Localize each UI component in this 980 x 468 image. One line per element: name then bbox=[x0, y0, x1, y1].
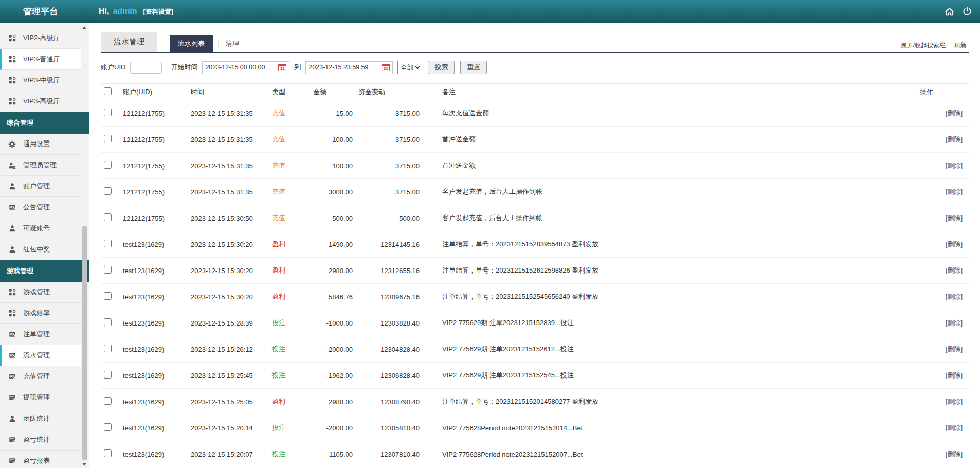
sidebar-item-label: VIP3-高级厅 bbox=[23, 97, 60, 106]
tab-cleanup[interactable]: 清理 bbox=[224, 35, 241, 52]
amount-cell: 5846.76 bbox=[313, 284, 358, 310]
sidebar-item-提现管理[interactable]: 提现管理 bbox=[0, 387, 81, 408]
row-checkbox[interactable] bbox=[104, 187, 112, 195]
row-checkbox[interactable] bbox=[104, 213, 112, 221]
row-checkbox[interactable] bbox=[104, 266, 112, 274]
row-checkbox[interactable] bbox=[104, 397, 112, 405]
delete-link[interactable]: [删除] bbox=[946, 188, 963, 195]
time-cell: 2023-12-15 15:31:35 bbox=[190, 179, 271, 205]
amount-cell: 500.00 bbox=[313, 205, 358, 231]
amount-cell: 2980.00 bbox=[313, 389, 358, 415]
calendar-icon[interactable] bbox=[382, 64, 390, 71]
sidebar-item-充值管理[interactable]: 充值管理 bbox=[0, 366, 81, 387]
start-time-input[interactable]: 2023-12-15 00:00:00 bbox=[202, 61, 289, 74]
sidebar-item-VIP3-普通厅[interactable]: VIP3-普通厅 bbox=[0, 49, 81, 70]
delete-link[interactable]: [删除] bbox=[946, 214, 963, 222]
delete-link[interactable]: [删除] bbox=[946, 424, 963, 431]
row-checkbox[interactable] bbox=[104, 423, 112, 431]
sidebar-item-注单管理[interactable]: 注单管理 bbox=[0, 324, 81, 345]
select-all-checkbox[interactable] bbox=[104, 87, 112, 95]
start-time-value: 2023-12-15 00:00:00 bbox=[205, 64, 265, 71]
sidebar-item-管理员管理[interactable]: 管理员管理 bbox=[0, 155, 81, 176]
type-cell: 投注 bbox=[271, 441, 313, 467]
sub-tabs: 流水列表 清理 bbox=[170, 35, 241, 52]
type-select[interactable]: 全部 bbox=[397, 61, 422, 74]
search-button[interactable]: 搜索 bbox=[428, 61, 455, 74]
remark-cell: 客户发起充值，后台人工操作到帐 bbox=[425, 205, 919, 231]
grid-icon bbox=[8, 309, 16, 317]
top-bar: 管理平台 Hi, admin [资料设置] bbox=[0, 0, 980, 23]
delete-link[interactable]: [删除] bbox=[946, 240, 963, 248]
amount-cell: -1000.00 bbox=[313, 310, 358, 336]
sidebar-item-账户管理[interactable]: 账户管理 bbox=[0, 176, 81, 197]
amount-cell: 2980.00 bbox=[313, 258, 358, 284]
uid-input[interactable] bbox=[130, 62, 162, 74]
delete-link[interactable]: [删除] bbox=[946, 109, 963, 117]
delete-link[interactable]: [删除] bbox=[946, 345, 963, 353]
delete-link[interactable]: [删除] bbox=[946, 293, 963, 300]
account-cell: test123(1629) bbox=[122, 231, 190, 258]
row-checkbox[interactable] bbox=[104, 318, 112, 326]
account-cell: 121212(1755) bbox=[122, 127, 190, 153]
delete-link[interactable]: [删除] bbox=[946, 371, 963, 379]
delete-link[interactable]: [删除] bbox=[946, 398, 963, 405]
sidebar-item-游戏管理[interactable]: 游戏管理 bbox=[0, 282, 81, 303]
remark-cell: VIP2 775628Period note20231215152007...B… bbox=[425, 441, 919, 467]
home-icon[interactable] bbox=[945, 7, 954, 16]
sidebar-item-可疑账号[interactable]: 可疑账号 bbox=[0, 218, 81, 239]
to-label: 到 bbox=[294, 63, 301, 72]
sidebar-item-盈亏统计[interactable]: 盈亏统计 bbox=[0, 429, 81, 451]
tab-flow-list[interactable]: 流水列表 bbox=[170, 35, 213, 52]
grid-icon bbox=[8, 34, 16, 42]
row-checkbox[interactable] bbox=[104, 161, 112, 169]
row-checkbox[interactable] bbox=[104, 292, 112, 300]
profile-settings-link[interactable]: [资料设置] bbox=[143, 8, 173, 16]
doc-gear-icon bbox=[8, 393, 16, 402]
scroll-up-icon[interactable] bbox=[82, 26, 86, 29]
tab-bar: 流水管理 流水列表 清理 bbox=[101, 32, 969, 53]
calendar-icon[interactable] bbox=[278, 64, 286, 71]
remark-cell: VIP2 775629期 注单20231215152545...投注 bbox=[425, 363, 919, 389]
row-checkbox[interactable] bbox=[104, 371, 112, 379]
power-icon[interactable] bbox=[963, 7, 972, 16]
sidebar-item-VIP2-高级厅[interactable]: VIP2-高级厅 bbox=[0, 28, 81, 49]
sidebar-item-公告管理[interactable]: 公告管理 bbox=[0, 197, 81, 218]
sidebar-section-综合管理: 综合管理 bbox=[0, 112, 89, 134]
delete-link[interactable]: [删除] bbox=[946, 161, 963, 169]
row-checkbox[interactable] bbox=[104, 240, 112, 247]
sidebar-item-游戏赔率[interactable]: 游戏赔率 bbox=[0, 303, 81, 324]
sidebar-item-VIP3-中级厅[interactable]: VIP3-中级厅 bbox=[0, 70, 81, 91]
sidebar-item-流水管理[interactable]: 流水管理 bbox=[0, 345, 81, 366]
sidebar-item-VIP3-高级厅[interactable]: VIP3-高级厅 bbox=[0, 91, 81, 112]
refresh-link[interactable]: 刷新 bbox=[954, 41, 967, 50]
sidebar-item-团队统计[interactable]: 团队统计 bbox=[0, 408, 81, 429]
toolbar-links: 展开/收起搜索栏 刷新 bbox=[901, 41, 967, 50]
header-action: 操作 bbox=[919, 84, 969, 100]
time-cell: 2023-12-15 15:31:35 bbox=[190, 127, 271, 153]
doc-gear-icon bbox=[8, 203, 16, 211]
type-cell: 充值 bbox=[271, 127, 313, 153]
delete-link[interactable]: [删除] bbox=[946, 450, 963, 458]
time-cell: 2023-12-15 15:28:39 bbox=[190, 310, 271, 336]
row-checkbox[interactable] bbox=[104, 449, 112, 457]
tab-flow-management[interactable]: 流水管理 bbox=[101, 32, 157, 52]
end-time-input[interactable]: 2023-12-15 23:59:59 bbox=[305, 61, 393, 74]
scrollbar-thumb[interactable] bbox=[82, 226, 87, 460]
row-checkbox[interactable] bbox=[104, 135, 112, 142]
toggle-search-bar-link[interactable]: 展开/收起搜索栏 bbox=[901, 41, 946, 50]
sidebar-item-label: 团队统计 bbox=[23, 414, 50, 423]
delete-link[interactable]: [删除] bbox=[946, 135, 963, 143]
table-row: test123(1629) 2023-12-15 15:30:20 盈利 149… bbox=[101, 231, 969, 258]
time-cell: 2023-12-15 15:30:20 bbox=[190, 284, 271, 310]
delete-link[interactable]: [删除] bbox=[946, 266, 963, 274]
sidebar-item-红包中奖[interactable]: 红包中奖 bbox=[0, 239, 81, 260]
scroll-down-icon[interactable] bbox=[82, 463, 86, 466]
row-checkbox[interactable] bbox=[104, 345, 112, 352]
sidebar-item-盈亏报表[interactable]: 盈亏报表 bbox=[0, 451, 81, 468]
sidebar-item-通用设置[interactable]: 通用设置 bbox=[0, 134, 81, 155]
row-checkbox[interactable] bbox=[104, 109, 112, 116]
balance-cell: 3715.00 bbox=[358, 179, 425, 205]
sidebar-scrollbar[interactable] bbox=[81, 23, 88, 468]
delete-link[interactable]: [删除] bbox=[946, 319, 963, 327]
reset-button[interactable]: 重置 bbox=[460, 61, 487, 74]
